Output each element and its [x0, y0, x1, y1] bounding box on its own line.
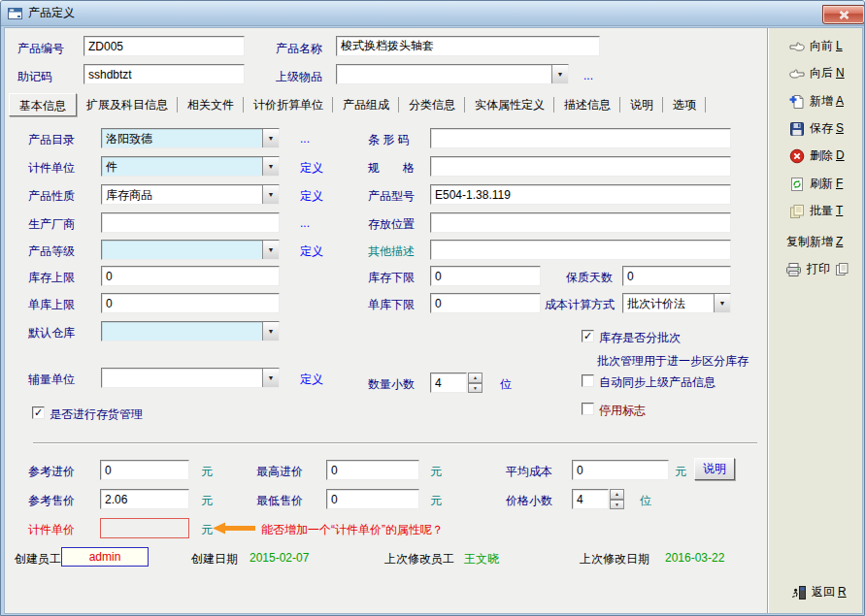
barcode-input[interactable]	[430, 128, 731, 148]
stepper-down-icon[interactable]: ▼	[468, 383, 482, 394]
parent-item-dropdown[interactable]: ▼	[336, 64, 569, 84]
default-warehouse-dropdown[interactable]: ▼	[101, 321, 280, 341]
tab-pricing-conversion-unit[interactable]: 计价折算单位	[244, 93, 333, 116]
shelf-days-label: 保质天数	[566, 270, 613, 286]
max-purchase-label: 最高进价	[256, 464, 303, 480]
spec-input[interactable]	[430, 156, 731, 177]
return-button[interactable]: 返回R	[791, 584, 847, 600]
stock-lower-label: 库存下限	[368, 270, 415, 286]
aux-unit-dropdown[interactable]: ▼	[101, 368, 280, 388]
catalog-browse-link[interactable]: ...	[300, 132, 310, 146]
other-desc-input[interactable]	[430, 240, 731, 260]
delete-circle-icon	[789, 148, 805, 164]
nature-dropdown[interactable]: 库存商品▼	[101, 184, 280, 205]
aux-unit-define-link[interactable]: 定义	[300, 372, 323, 388]
price-decimal-input[interactable]	[572, 489, 609, 509]
other-desc-label: 其他描述	[368, 243, 415, 260]
ref-purchase-input[interactable]	[100, 460, 189, 480]
single-lower-input[interactable]	[430, 293, 541, 313]
chevron-down-icon[interactable]: ▼	[262, 241, 279, 259]
parent-item-label: 上级物品	[276, 69, 322, 85]
chevron-down-icon[interactable]: ▼	[714, 294, 730, 312]
batch-button[interactable]: 批量T	[789, 203, 843, 219]
max-purchase-input[interactable]	[326, 460, 419, 480]
qty-decimal-stepper[interactable]: ▲▼	[468, 373, 482, 393]
grade-define-link[interactable]: 定义	[300, 243, 323, 260]
mnemonic-input[interactable]	[83, 64, 245, 84]
copy-add-button[interactable]: 复制新增Z	[786, 234, 843, 250]
piece-unit-label: 计件单位	[28, 160, 75, 177]
cost-method-dropdown[interactable]: 批次计价法▼	[622, 293, 731, 313]
explain-button[interactable]: 说明	[694, 458, 735, 480]
product-code-input[interactable]	[83, 36, 245, 56]
chevron-down-icon[interactable]: ▼	[262, 369, 279, 387]
stepper-up-icon[interactable]: ▲	[468, 373, 482, 383]
catalog-dropdown[interactable]: 洛阳致德▼	[101, 128, 280, 148]
tab-entity-attributes[interactable]: 实体属性定义	[465, 93, 554, 116]
tab-extension-accounts[interactable]: 扩展及科目信息	[77, 93, 178, 116]
nav-prev-button[interactable]: 向前L	[789, 38, 843, 54]
inventory-mgmt-checkbox[interactable]: ✓	[32, 406, 45, 419]
nature-define-link[interactable]: 定义	[300, 188, 323, 205]
tab-description-info[interactable]: 描述信息	[554, 93, 620, 116]
model-input[interactable]	[430, 184, 731, 205]
qty-decimal-input[interactable]	[430, 373, 467, 393]
hand-left-icon	[789, 39, 805, 54]
modified-by-value: 王文晓	[464, 551, 499, 567]
manufacturer-browse-link[interactable]: ...	[300, 216, 310, 230]
product-name-input[interactable]	[336, 36, 600, 56]
nav-next-button[interactable]: 向后N	[789, 65, 845, 81]
chevron-down-icon[interactable]: ▼	[262, 185, 279, 204]
avg-cost-input[interactable]	[572, 460, 669, 480]
tab-product-composition[interactable]: 产品组成	[333, 93, 399, 116]
piece-unit-dropdown[interactable]: 件▼	[101, 156, 280, 177]
stock-lower-input[interactable]	[430, 266, 541, 286]
single-upper-input[interactable]	[101, 293, 280, 313]
location-input[interactable]	[430, 212, 731, 233]
tab-basic-info[interactable]: 基本信息	[9, 93, 77, 116]
save-button[interactable]: 保存S	[789, 120, 844, 137]
stepper-down-icon[interactable]: ▼	[610, 500, 624, 510]
min-sale-input[interactable]	[326, 489, 419, 509]
tab-classification-info[interactable]: 分类信息	[399, 93, 465, 116]
tab-notes[interactable]: 说明	[620, 93, 663, 116]
auto-sync-checkbox[interactable]	[582, 374, 594, 387]
inventory-mgmt-label: 是否进行存货管理	[50, 406, 143, 423]
price-decimal-label: 价格小数	[506, 493, 552, 509]
refresh-icon	[789, 177, 805, 192]
batch-checkbox[interactable]: ✓	[582, 330, 594, 342]
piece-price-annotation: 能否增加一个“计件单价”的属性呢？	[261, 522, 444, 538]
catalog-label: 产品目录	[28, 132, 75, 148]
min-sale-unit: 元	[430, 493, 442, 509]
delete-button[interactable]: 删除D	[789, 147, 845, 164]
stepper-up-icon[interactable]: ▲	[610, 489, 624, 500]
single-lower-label: 单库下限	[368, 297, 415, 313]
disabled-flag-checkbox[interactable]	[582, 403, 594, 415]
manufacturer-label: 生产厂商	[28, 216, 75, 233]
manufacturer-input[interactable]	[101, 212, 280, 233]
add-new-button[interactable]: 新增A	[789, 93, 844, 110]
window-title: 产品定义	[28, 5, 75, 21]
created-date-label: 创建日期	[191, 551, 238, 567]
chevron-down-icon[interactable]: ▼	[262, 322, 279, 340]
modified-by-label: 上次修改员工	[384, 551, 454, 567]
close-button[interactable]	[822, 5, 865, 24]
tab-options[interactable]: 选项	[663, 93, 706, 116]
refresh-button[interactable]: 刷新F	[789, 176, 843, 192]
tab-related-files[interactable]: 相关文件	[178, 93, 244, 116]
shelf-days-input[interactable]	[622, 266, 731, 286]
print-button[interactable]: 打印	[785, 261, 849, 277]
parent-item-browse-link[interactable]: ...	[583, 69, 593, 82]
chevron-down-icon[interactable]: ▼	[551, 65, 568, 83]
batch-note: 批次管理用于进一步区分库存	[597, 353, 749, 370]
piece-price-input[interactable]	[100, 518, 189, 538]
modified-date-value: 2016-03-22	[665, 551, 724, 565]
ref-sale-input[interactable]	[100, 489, 189, 509]
chevron-down-icon[interactable]: ▼	[262, 157, 279, 176]
stock-upper-input[interactable]	[101, 266, 280, 286]
price-decimal-stepper[interactable]: ▲▼	[610, 489, 624, 509]
default-warehouse-label: 默认仓库	[28, 325, 75, 341]
chevron-down-icon[interactable]: ▼	[262, 129, 279, 147]
grade-dropdown[interactable]: ▼	[101, 240, 280, 260]
piece-unit-define-link[interactable]: 定义	[300, 160, 323, 177]
